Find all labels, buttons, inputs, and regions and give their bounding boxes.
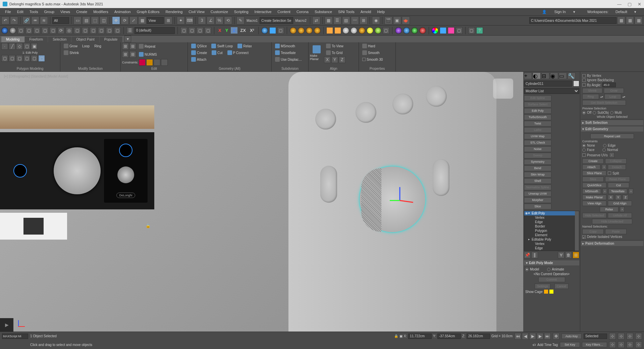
btn-12[interactable]: ▢ <box>106 27 113 34</box>
delete-isolated-check[interactable]: ✓ <box>582 235 586 239</box>
corona-2[interactable] <box>334 27 341 34</box>
maximize-button[interactable]: ▢ <box>628 2 632 7</box>
corona-5[interactable] <box>359 27 365 34</box>
render-setup-button[interactable]: 🎬 <box>384 16 392 24</box>
select-by-name-button[interactable]: ▤ <box>82 16 90 24</box>
btn-l2[interactable]: ▢ <box>189 27 195 34</box>
planar-z[interactable]: Z <box>623 195 629 200</box>
btn-4[interactable]: ▢ <box>42 27 48 34</box>
relax-button[interactable]: Relax <box>600 207 619 212</box>
mod-symmetry[interactable]: Symmetry <box>524 159 551 165</box>
off-radio[interactable] <box>582 111 586 114</box>
reset-plane-button[interactable]: Reset Plane <box>605 177 630 182</box>
key-mode-dropdown[interactable] <box>584 334 607 339</box>
settings-button[interactable]: Settings <box>535 284 550 289</box>
z-coord[interactable] <box>467 334 490 339</box>
smooth-button[interactable]: Smooth <box>360 50 381 56</box>
end-1[interactable] <box>440 27 446 34</box>
minimize-button[interactable]: — <box>617 2 622 7</box>
stack-scrollbar[interactable] <box>575 211 579 251</box>
show-end-result[interactable]: ǁ <box>531 252 538 258</box>
toggle-ribbon-button[interactable]: ▤ <box>342 16 350 24</box>
layer-explorer-button[interactable]: ☰ <box>333 16 341 24</box>
nav-3[interactable]: ⊹ <box>627 333 633 340</box>
layer-btn[interactable]: ☰ <box>126 27 133 34</box>
viewport-expand[interactable]: ▶ <box>0 318 13 332</box>
render-button[interactable]: 🫖 <box>402 16 410 24</box>
edit-named-selection-button[interactable]: ✎ <box>236 16 245 24</box>
gizmo-x-axis[interactable] <box>400 200 413 203</box>
mat-btn-2[interactable]: ▢ <box>277 27 284 34</box>
loop-button[interactable]: Loop <box>80 43 92 49</box>
ignore-backfacing-check[interactable] <box>582 79 586 82</box>
nav-4[interactable]: ⊹ <box>635 333 642 340</box>
preserve-uvs-check[interactable] <box>582 153 586 157</box>
play-button[interactable]: ▶ <box>529 333 536 340</box>
y-coord[interactable] <box>437 334 461 339</box>
stack-vertex[interactable]: Vertex <box>524 215 579 220</box>
btn-10[interactable]: ▢ <box>90 27 97 34</box>
mod-edit-spline[interactable]: Edit Spline <box>524 95 551 101</box>
cage-color-1[interactable] <box>544 290 548 294</box>
effect-2[interactable] <box>403 27 410 34</box>
btn-13[interactable]: ▢ <box>114 27 121 34</box>
cut-button[interactable]: Cut <box>608 183 629 188</box>
pconnect-button[interactable]: P Connect <box>225 50 251 56</box>
material-editor-button[interactable]: ◉ <box>372 16 380 24</box>
by-angle-spinner[interactable] <box>602 83 616 87</box>
normal-radio[interactable] <box>602 148 606 152</box>
modifier-stack[interactable]: 👁▾Edit Poly Vertex Edge Border Polygon E… <box>524 211 579 251</box>
attach-button[interactable]: Attach <box>189 56 208 62</box>
tab-selection[interactable]: Selection <box>48 37 71 42</box>
constraint-2[interactable] <box>146 59 153 66</box>
face-radio[interactable] <box>582 148 586 152</box>
smooth30-button[interactable]: Smooth 30 <box>360 56 385 62</box>
zx-label[interactable]: ZX <box>239 28 247 33</box>
relax-button[interactable]: Relax <box>235 43 254 49</box>
spinner-snap-button[interactable]: ⟲ <box>224 16 232 24</box>
grow-button[interactable]: Grow <box>62 43 79 49</box>
stack-edit-poly[interactable]: 👁▾Edit Poly <box>524 211 579 215</box>
color-wheel-icon[interactable] <box>432 27 438 34</box>
pm-4[interactable]: ▢ <box>23 55 30 62</box>
qslice-button[interactable]: QSlice <box>189 43 209 49</box>
corona-6[interactable] <box>375 27 381 34</box>
mod-surface-select[interactable]: Surface Select <box>524 102 551 107</box>
commit-button[interactable]: Commit <box>538 277 565 282</box>
isolate-icon[interactable]: ▣ <box>399 334 402 338</box>
project-path[interactable] <box>529 17 616 24</box>
mod-uvw-map[interactable]: UVW Map <box>524 134 551 139</box>
align-z[interactable]: Z <box>339 56 345 63</box>
percent-snap-button[interactable]: % <box>215 16 223 24</box>
edit-icon-4[interactable]: ⊞ <box>129 51 136 58</box>
stack-editable-poly[interactable]: ▸Editable Poly <box>524 237 579 242</box>
mod-slice[interactable]: Slice <box>524 204 551 209</box>
mod-noise[interactable]: Noise <box>524 146 551 152</box>
edit-icon-2[interactable]: ⊞ <box>129 43 136 50</box>
relax-settings[interactable]: ▫ <box>620 207 625 212</box>
by-vertex-check[interactable] <box>582 74 586 78</box>
effect-4[interactable] <box>419 27 426 34</box>
msmooth-settings[interactable]: ▫ <box>602 189 607 194</box>
align-x[interactable]: X <box>324 56 331 63</box>
toolbar-btn-c[interactable]: ▦ <box>635 16 643 24</box>
edit-poly-mode-rollout[interactable]: ▾Edit Poly Mode <box>524 260 579 265</box>
light-2[interactable] <box>298 27 305 34</box>
ribbon-toggle[interactable]: ▾ <box>124 36 131 42</box>
mod-twist[interactable]: Twist <box>524 121 551 127</box>
subobj-vertex[interactable]: ∙ <box>1 43 8 50</box>
copy-button[interactable]: Copy <box>582 229 604 234</box>
rectangular-region-button[interactable]: ⬚ <box>91 16 99 24</box>
btn-6[interactable]: ⟳ <box>58 27 64 34</box>
stack-border[interactable]: Border <box>524 224 579 229</box>
menu-group[interactable]: Group <box>41 10 57 14</box>
mat-sphere-1[interactable] <box>261 27 268 34</box>
constraint-4[interactable] <box>161 59 168 66</box>
link-button[interactable]: 🔗 <box>22 16 31 24</box>
light-4[interactable] <box>314 27 321 34</box>
menu-substance[interactable]: Substance <box>312 10 335 14</box>
nav-5[interactable]: ⊹ <box>609 341 616 348</box>
mod-bend[interactable]: Bend <box>524 165 551 171</box>
end-3[interactable]: ▢ <box>456 27 463 34</box>
menu-animation[interactable]: Animation <box>111 10 134 14</box>
